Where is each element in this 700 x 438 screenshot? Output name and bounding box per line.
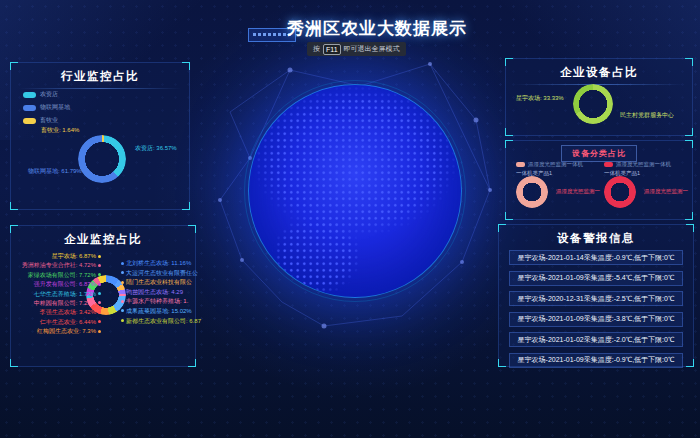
- device-ratio-donut-chart[interactable]: [573, 84, 613, 124]
- alarm-row: 星宇农场-2021-01-09采集温度:-3.8℃,低于下限:0℃: [509, 312, 683, 327]
- device-class-chart-right: 温湿度光照监测一体机 一体机类产品1 温湿度光照监测一: [602, 159, 692, 217]
- chart-callout: 仁丰生态农业: 6.44%: [40, 319, 101, 325]
- chart-callout: 大运河生态牧业有限责任公: [121, 270, 201, 276]
- marker-dot-icon: [121, 300, 124, 303]
- chart-callout: 家绿农场有限公司: 7.72%: [28, 272, 101, 278]
- marker-dot-icon: [98, 264, 101, 267]
- corner-bracket-icon: [505, 140, 513, 148]
- legend-swatch-icon: [516, 162, 525, 167]
- chart-callout: 北刘桥生态农场: 11.16%: [121, 260, 201, 266]
- legend-item[interactable]: 物联网基地: [23, 103, 70, 112]
- chart-callout: 新都生态农业有限公司: 6.87: [121, 318, 201, 324]
- corner-bracket-icon: [505, 128, 513, 136]
- panel-device-classification: 设备分类占比 温湿度光照监测一体机 一体机类产品1 温湿度光照监测一 温湿度光照…: [505, 140, 693, 220]
- corner-bracket-icon: [505, 212, 513, 220]
- legend-label: 温湿度光照监测一体机: [616, 161, 671, 168]
- globe-dot-map-secondary: [249, 85, 461, 297]
- industry-donut-chart[interactable]: [78, 135, 126, 183]
- alarm-list: 星宇农场-2021-01-14采集温度:-0.9℃,低于下限:0℃ 星宇农场-2…: [509, 250, 683, 368]
- corner-bracket-icon: [498, 224, 506, 232]
- alarm-row: 星宇农场-2021-01-14采集温度:-0.9℃,低于下限:0℃: [509, 250, 683, 265]
- chart-callout: 星宇农场: 6.87%: [52, 253, 101, 259]
- alarm-row: 星宇农场-2020-12-31采集温度:-2.5℃,低于下限:0℃: [509, 291, 683, 306]
- enterprise-right-labels: 北刘桥生态农场: 11.16% 大运河生态牧业有限责任公 陆门生态农业科技有限公…: [121, 260, 201, 324]
- corner-bracket-icon: [685, 58, 693, 66]
- title-divider: [19, 88, 181, 89]
- chart-callout: 物联网基地: 61.79%: [28, 167, 82, 176]
- alarm-row: 星宇农场-2021-01-09采集温度:-0.9℃,低于下限:0℃: [509, 353, 683, 368]
- legend-label: 物联网基地: [40, 103, 70, 112]
- legend-swatch-icon: [23, 105, 36, 111]
- alarm-row: 星宇农场-2021-01-09采集温度:-5.4℃,低于下限:0℃: [509, 271, 683, 286]
- corner-bracket-icon: [10, 225, 18, 233]
- enterprise-left-labels: 星宇农场: 6.87% 秀洲粮油专业合作社: 4.72% 家绿农场有限公司: 7…: [13, 253, 101, 334]
- alarm-row: 星宇农场-2021-01-02采集温度:-2.0℃,低于下限:0℃: [509, 332, 683, 347]
- f11-key-badge: F11: [323, 44, 341, 55]
- marker-dot-icon: [121, 281, 124, 284]
- marker-dot-icon: [98, 311, 101, 314]
- marker-dot-icon: [98, 292, 101, 295]
- corner-bracket-icon: [188, 225, 196, 233]
- legend-item[interactable]: 农资店: [23, 90, 70, 99]
- chart-callout: 红梅园生态农业: 7.3%: [37, 328, 101, 334]
- panel-title: 设备警报信息: [499, 225, 693, 246]
- chart-callout: 秀洲粮油专业合作社: 4.72%: [22, 262, 101, 268]
- corner-bracket-icon: [10, 62, 18, 70]
- panel-device-alarms: 设备警报信息 星宇农场-2021-01-14采集温度:-0.9℃,低于下限:0℃…: [498, 224, 694, 367]
- panel-title: 企业设备占比: [506, 59, 692, 80]
- corner-bracket-icon: [188, 359, 196, 367]
- marker-dot-icon: [121, 271, 124, 274]
- panel-industry-monitor: 行业监控占比 农资店 物联网基地 畜牧业 畜牧业: 1.64% 农资店: 36.…: [10, 62, 190, 210]
- marker-dot-icon: [121, 290, 124, 293]
- marker-dot-icon: [121, 309, 124, 312]
- panel-enterprise-monitor: 企业监控占比 星宇农场: 6.87% 秀洲粮油专业合作社: 4.72% 家绿农场…: [10, 225, 196, 367]
- chart-callout: 强升发有限公司: 6.87%: [34, 281, 101, 287]
- marker-dot-icon: [98, 255, 101, 258]
- device-class-donut-left[interactable]: [516, 176, 548, 208]
- chart-callout: 农资店: 36.57%: [135, 144, 177, 153]
- chart-callout: 李强生态农场: 3.42%: [40, 309, 101, 315]
- corner-bracket-icon: [182, 202, 190, 210]
- dashboard-root: 秀洲区农业大数据展示 按 F11 即可退出全屏模式 行业监控占比 农资店 物联网…: [0, 0, 700, 438]
- panel-title: 行业监控占比: [11, 63, 189, 84]
- chart-callout: 成果蔬菜园基地: 15.02%: [121, 308, 201, 314]
- legend-item[interactable]: 温湿度光照监测一体机: [516, 161, 604, 168]
- legend-label: 农资店: [40, 90, 58, 99]
- legend-swatch-icon: [23, 92, 36, 98]
- marker-dot-icon: [121, 262, 124, 265]
- page-title: 秀洲区农业大数据展示: [287, 17, 467, 40]
- chart-callout: 畜牧业: 1.64%: [41, 126, 79, 135]
- chart-callout: 陆门生态农业科技有限公: [121, 279, 201, 285]
- tip-prefix: 按: [313, 44, 320, 54]
- corner-bracket-icon: [182, 62, 190, 70]
- device-class-chart-left: 温湿度光照监测一体机 一体机类产品1 温湿度光照监测一: [514, 159, 604, 217]
- panel-title: 企业监控占比: [11, 226, 195, 247]
- legend-swatch-icon: [23, 118, 36, 124]
- legend-swatch-icon: [604, 162, 613, 167]
- chart-callout: 温湿度光照监测一: [556, 188, 600, 195]
- chart-callout: 星宇农场: 33.33%: [516, 94, 564, 103]
- chart-callout: 七华生态养殖场: 1.72%: [34, 291, 101, 297]
- corner-bracket-icon: [686, 359, 694, 367]
- marker-dot-icon: [98, 320, 101, 323]
- device-class-donut-right[interactable]: [604, 176, 636, 208]
- panel-device-ratio: 企业设备占比 星宇农场: 33.33% 民主村党群服务中心: [505, 58, 693, 136]
- chart-callout: 温湿度光照监测一: [644, 188, 688, 195]
- corner-bracket-icon: [686, 224, 694, 232]
- globe-visual: [248, 84, 462, 298]
- corner-bracket-icon: [505, 58, 513, 66]
- legend-label: 温湿度光照监测一体机: [528, 161, 583, 168]
- marker-dot-icon: [98, 330, 101, 333]
- industry-legend: 农资店 物联网基地 畜牧业: [23, 90, 70, 125]
- marker-dot-icon: [98, 283, 101, 286]
- marker-dot-icon: [121, 319, 124, 322]
- corner-bracket-icon: [685, 128, 693, 136]
- corner-bracket-icon: [10, 202, 18, 210]
- legend-label: 畜牧业: [40, 116, 58, 125]
- globe-dot-map: [249, 85, 461, 297]
- corner-bracket-icon: [10, 359, 18, 367]
- chart-callout: 民主村党群服务中心: [620, 111, 674, 120]
- corner-bracket-icon: [498, 359, 506, 367]
- legend-item[interactable]: 畜牧业: [23, 116, 70, 125]
- legend-item[interactable]: 温湿度光照监测一体机: [604, 161, 692, 168]
